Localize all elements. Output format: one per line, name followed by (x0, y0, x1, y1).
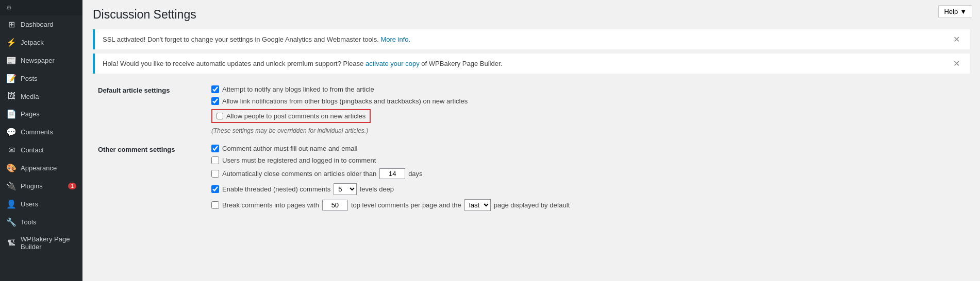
tools-icon: 🔧 (6, 217, 16, 227)
checkbox-threaded-comments[interactable] (211, 185, 219, 193)
sidebar-item-tools[interactable]: 🔧 Tools (0, 213, 82, 231)
checkbox-label-allow-pingbacks: Allow link notifications from other blog… (222, 97, 468, 105)
wpbakery-icon: 🏗 (6, 238, 16, 248)
settings-table: Default article settings Attempt to noti… (93, 81, 970, 219)
plugins-badge: 1 (68, 183, 76, 189)
sidebar-label-tools: Tools (21, 218, 36, 226)
section-other-comment: Other comment settings Comment author mu… (93, 140, 970, 219)
checkbox-label-registered-login: Users must be registered and logged in t… (222, 156, 376, 164)
sidebar-label-jetpack: Jetpack (21, 39, 44, 46)
sidebar-item-contact[interactable]: ✉ Contact (0, 141, 82, 159)
checkbox-row-allow-pingbacks: Allow link notifications from other blog… (211, 97, 965, 105)
sidebar-item-users[interactable]: 👤 Users (0, 195, 82, 213)
sidebar-label-plugins: Plugins (21, 182, 43, 190)
sidebar-item-plugins[interactable]: 🔌 Plugins 1 (0, 177, 82, 195)
checkbox-label-auto-close: Automatically close comments on articles… (222, 170, 376, 178)
select-after-threaded-comments: levels deep (360, 185, 394, 193)
sidebar-label-users: Users (21, 200, 38, 208)
checkbox-label-notify-blogs: Attempt to notify any blogs linked to fr… (222, 85, 374, 93)
select-threaded-comments[interactable]: 12345678910 (334, 183, 357, 195)
sidebar-item-dashboard[interactable]: ⊞ Dashboard (0, 15, 82, 33)
dashboard-icon: ⊞ (6, 20, 16, 29)
main-content: Help ▼ Discussion Settings SSL activated… (82, 0, 980, 281)
pages-icon: 📄 (6, 109, 16, 119)
help-button[interactable]: Help ▼ (938, 5, 972, 18)
sidebar-item-newspaper[interactable]: 📰 Newspaper (0, 51, 82, 69)
notice-wpbakery-notice: Hola! Would you like to receive automati… (93, 54, 970, 74)
sidebar-label-pages: Pages (21, 110, 40, 118)
comments-icon: 💬 (6, 127, 16, 137)
input2-after-break-pages: top level comments per page and the (351, 201, 461, 209)
select2-after-break-pages: page displayed by default (494, 201, 570, 209)
newspaper-icon: 📰 (6, 56, 16, 65)
checkbox-label-allow-comments: Allow people to post comments on new art… (226, 112, 366, 120)
section-controls-default-article: Attempt to notify any blogs linked to fr… (206, 81, 970, 140)
sidebar-item-media[interactable]: 🖼 Media (0, 87, 82, 105)
sidebar-item-jetpack[interactable]: ⚡ Jetpack (0, 33, 82, 51)
select2-break-pages[interactable]: firstlast (464, 199, 491, 211)
checkbox-row-break-pages: Break comments into pages with top level… (211, 199, 965, 211)
checkbox-label-threaded-comments: Enable threaded (nested) comments (222, 185, 330, 193)
notice-close-wpbakery-notice[interactable]: ✕ (951, 59, 962, 68)
notices-container: SSL activated! Don't forget to change yo… (93, 29, 970, 74)
sidebar-label-comments: Comments (21, 128, 53, 136)
sidebar-label-media: Media (21, 93, 39, 100)
checkbox-row-author-name-email: Comment author must fill out name and em… (211, 145, 965, 152)
wordpress-icon: ⚙ (6, 4, 12, 11)
checkbox-label-author-name-email: Comment author must fill out name and em… (222, 145, 357, 152)
notice-link-ssl-notice[interactable]: More info. (380, 36, 410, 43)
page-title: Discussion Settings (93, 8, 970, 22)
sidebar-item-comments[interactable]: 💬 Comments (0, 123, 82, 141)
checkbox-row-notify-blogs: Attempt to notify any blogs linked to fr… (211, 85, 965, 93)
notice-ssl-notice: SSL activated! Don't forget to change yo… (93, 29, 970, 49)
input2-break-pages[interactable] (322, 200, 348, 210)
jetpack-icon: ⚡ (6, 38, 16, 47)
notice-text-wpbakery-notice: Hola! Would you like to receive automati… (103, 60, 502, 67)
help-label: Help (944, 8, 958, 15)
checkbox-author-name-email[interactable] (211, 145, 219, 152)
section-controls-other-comment: Comment author must fill out name and em… (206, 140, 970, 219)
users-icon: 👤 (6, 199, 16, 209)
sidebar-item-wpbakery[interactable]: 🏗 WPBakery Page Builder (0, 231, 82, 255)
checkbox-notify-blogs[interactable] (211, 85, 219, 93)
checkbox-row-registered-login: Users must be registered and logged in t… (211, 156, 965, 164)
media-icon: 🖼 (6, 92, 16, 101)
checkbox-label-break-pages: Break comments into pages with (222, 201, 319, 209)
checkbox-row-threaded-comments: Enable threaded (nested) comments 123456… (211, 183, 965, 195)
plugins-icon: 🔌 (6, 181, 16, 191)
section-note-default-article: (These settings may be overridden for in… (211, 127, 965, 134)
appearance-icon: 🎨 (6, 163, 16, 173)
checkbox-allow-pingbacks[interactable] (211, 97, 219, 105)
checkbox-allow-comments[interactable] (217, 113, 223, 119)
sidebar-label-wpbakery: WPBakery Page Builder (21, 235, 76, 251)
section-label-other-comment: Other comment settings (93, 140, 206, 219)
sidebar-label-contact: Contact (21, 146, 44, 154)
sidebar-item-appearance[interactable]: 🎨 Appearance (0, 159, 82, 177)
checkbox-auto-close[interactable] (211, 170, 219, 178)
sidebar-label-newspaper: Newspaper (21, 57, 55, 64)
posts-icon: 📝 (6, 74, 16, 83)
sidebar-item-pages[interactable]: 📄 Pages (0, 105, 82, 123)
section-label-default-article: Default article settings (93, 81, 206, 140)
input-auto-close[interactable] (379, 168, 405, 179)
chevron-down-icon: ▼ (960, 8, 967, 15)
site-logo: ⚙ (0, 0, 82, 15)
sidebar-item-posts[interactable]: 📝 Posts (0, 69, 82, 87)
contact-icon: ✉ (6, 145, 16, 155)
input-after-auto-close: days (408, 170, 422, 178)
checkbox-row-allow-comments: Allow people to post comments on new art… (211, 109, 371, 123)
checkbox-row-auto-close: Automatically close comments on articles… (211, 168, 965, 179)
section-default-article: Default article settings Attempt to noti… (93, 81, 970, 140)
notice-link-wpbakery-notice[interactable]: activate your copy (366, 60, 420, 67)
checkbox-break-pages[interactable] (211, 201, 219, 209)
sidebar: ⚙ ⊞ Dashboard ⚡ Jetpack 📰 Newspaper 📝 Po… (0, 0, 82, 281)
notice-close-ssl-notice[interactable]: ✕ (951, 34, 962, 44)
notice-text-ssl-notice: SSL activated! Don't forget to change yo… (103, 36, 410, 43)
sidebar-label-appearance: Appearance (21, 164, 57, 172)
checkbox-registered-login[interactable] (211, 156, 219, 164)
sidebar-label-dashboard: Dashboard (21, 21, 54, 28)
sidebar-label-posts: Posts (21, 75, 38, 82)
